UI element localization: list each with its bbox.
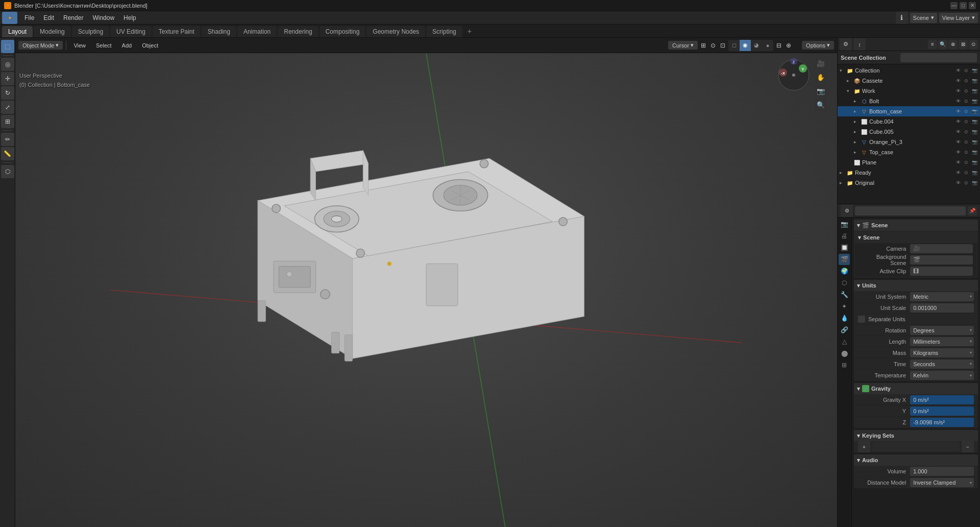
cassete-render[interactable]: 📷: [971, 77, 978, 84]
gravity-checkbox[interactable]: ✓: [862, 385, 869, 392]
properties-pin-btn[interactable]: 📌: [968, 206, 977, 215]
tab-animation[interactable]: Animation: [237, 26, 277, 37]
unit-scale-value[interactable]: 0.001000: [910, 303, 974, 313]
work-cursor[interactable]: ⊙: [963, 87, 970, 94]
add-primitive-button[interactable]: ⬡: [1, 165, 14, 178]
gravity-x-value[interactable]: 0 m/s²: [910, 395, 974, 404]
bottom-render[interactable]: 📷: [971, 108, 978, 115]
transform-tool-button[interactable]: ⊞: [1, 115, 14, 128]
object-menu[interactable]: Object: [138, 41, 162, 50]
props-tab-modifier[interactable]: 🔧: [839, 289, 850, 300]
gizmo-toggle[interactable]: ⊕: [785, 41, 793, 50]
minimize-button[interactable]: —: [950, 2, 958, 9]
keying-set-add-btn[interactable]: +: [858, 441, 870, 452]
mass-value[interactable]: Kilograms ▾: [910, 348, 974, 357]
cube004-cursor[interactable]: ⊙: [963, 118, 970, 125]
tab-layout[interactable]: Layout: [2, 26, 33, 37]
tree-item-bottom-case[interactable]: ▸ ▽ Bottom_case 👁 ⊙ 📷: [838, 106, 980, 116]
tree-item-original[interactable]: ▸ 📁 Original 👁 ⊙ 📷: [838, 178, 980, 188]
properties-search[interactable]: [855, 206, 966, 215]
original-eye[interactable]: 👁: [954, 179, 962, 186]
ready-render[interactable]: 📷: [971, 169, 978, 176]
render-button[interactable]: ●: [762, 40, 773, 51]
tab-modeling[interactable]: Modeling: [34, 26, 71, 37]
original-cursor[interactable]: ⊙: [963, 179, 970, 186]
maximize-button[interactable]: □: [960, 2, 967, 9]
separate-units-checkbox[interactable]: [858, 316, 865, 323]
props-tab-material[interactable]: ⬤: [839, 348, 850, 359]
props-tab-constraints[interactable]: 🔗: [839, 324, 850, 336]
material-button[interactable]: ◕: [751, 40, 762, 51]
properties-filter-btn[interactable]: ⚙: [841, 205, 853, 217]
work-render[interactable]: 📷: [971, 87, 978, 94]
menu-window[interactable]: Window: [88, 13, 118, 22]
select-tool-button[interactable]: ⬚: [1, 40, 14, 53]
scale-tool-button[interactable]: ⤢: [1, 101, 14, 114]
scene-selector[interactable]: Scene ▾: [910, 13, 937, 23]
bottom-cursor[interactable]: ⊙: [963, 108, 970, 115]
tab-rendering[interactable]: Rendering: [278, 26, 318, 37]
wireframe-button[interactable]: ◻: [728, 40, 740, 51]
rotate-tool-button[interactable]: ↻: [1, 86, 14, 100]
scene-sub-header[interactable]: ▾ Scene: [855, 232, 977, 243]
props-tab-view-layer[interactable]: 🔲: [839, 242, 850, 253]
cube005-cursor[interactable]: ⊙: [963, 128, 970, 135]
work-eye[interactable]: 👁: [954, 87, 962, 94]
volume-value[interactable]: 1.000: [910, 467, 974, 476]
bolt-eye[interactable]: 👁: [954, 98, 962, 105]
snap-align[interactable]: ⊡: [719, 41, 727, 50]
filter-icon-3[interactable]: ⊕: [948, 40, 958, 49]
keying-sets-header[interactable]: ▾ Keying Sets: [854, 430, 978, 441]
menu-edit[interactable]: Edit: [39, 13, 58, 22]
tree-item-bolt[interactable]: ▸ ⬡ Bolt 👁 ⊙ 📷: [838, 96, 980, 106]
rotation-value[interactable]: Degrees ▾: [910, 326, 974, 335]
pan-view-button[interactable]: ✋: [815, 71, 827, 83]
props-tab-world[interactable]: 🌍: [839, 266, 850, 277]
bottom-eye[interactable]: 👁: [954, 108, 962, 115]
blender-logo-button[interactable]: 🔸: [2, 12, 17, 24]
bolt-render[interactable]: 📷: [971, 98, 978, 105]
distance-model-value[interactable]: Inverse Clamped ▾: [910, 478, 974, 487]
tab-geometry-nodes[interactable]: Geometry Nodes: [366, 26, 425, 37]
render-preview-button[interactable]: 📷: [815, 85, 827, 97]
menu-render[interactable]: Render: [59, 13, 87, 22]
viewport-canvas[interactable]: User Perspective (0) Collection | Bottom…: [15, 53, 837, 527]
bolt-cursor[interactable]: ⊙: [963, 98, 970, 105]
gravity-z-value[interactable]: -9.0098 m/s²: [910, 418, 974, 427]
solid-button[interactable]: ◉: [740, 40, 751, 51]
tab-scripting[interactable]: Scripting: [426, 26, 462, 37]
menu-help[interactable]: Help: [119, 13, 140, 22]
unit-system-value[interactable]: Metric ▾: [910, 292, 974, 301]
props-tab-render[interactable]: 📷: [839, 219, 850, 230]
filter-icon-2[interactable]: 🔍: [938, 40, 947, 49]
tree-item-orange-pi[interactable]: ▸ ▽ Orange_Pi_3 👁 ⊙ 📷: [838, 137, 980, 147]
time-value[interactable]: Seconds ▾: [910, 360, 974, 369]
cursor-selector[interactable]: Cursor ▾: [668, 41, 698, 50]
select-menu[interactable]: Select: [92, 41, 116, 50]
props-tab-particles[interactable]: ✦: [839, 301, 850, 312]
props-tab-object[interactable]: ⬡: [839, 277, 850, 289]
top-render[interactable]: 📷: [971, 149, 978, 156]
props-tab-shaderfx[interactable]: ⊞: [839, 360, 850, 371]
outliner-search[interactable]: [900, 53, 977, 62]
audio-section-header[interactable]: ▾ Audio: [854, 454, 978, 466]
top-cursor[interactable]: ⊙: [963, 149, 970, 156]
camera-value[interactable]: 🎥: [910, 244, 973, 253]
tab-sculpting[interactable]: Sculpting: [72, 26, 109, 37]
collection-eye[interactable]: 👁: [954, 67, 962, 74]
units-section-header[interactable]: ▾ Units: [854, 280, 978, 291]
plane-render[interactable]: 📷: [971, 159, 978, 166]
filter-icon-1[interactable]: ≡: [928, 40, 937, 49]
cassete-cursor[interactable]: ⊙: [963, 77, 970, 84]
orange-cursor[interactable]: ⊙: [963, 138, 970, 146]
search-viewport-button[interactable]: 🔍: [815, 99, 827, 111]
close-button[interactable]: ✕: [969, 2, 976, 9]
collection-render[interactable]: 📷: [971, 67, 978, 74]
outliner-sync-icon[interactable]: ↕: [853, 38, 866, 51]
gravity-y-value[interactable]: 0 m/s²: [910, 406, 974, 416]
tab-texture-paint[interactable]: Texture Paint: [153, 26, 201, 37]
bg-scene-value[interactable]: 🎬: [910, 255, 973, 265]
tree-item-top-case[interactable]: ▸ ▽ Top_case 👁 ⊙ 📷: [838, 147, 980, 157]
tree-item-cassete[interactable]: ▸ 📦 Cassete 👁 ⊙ 📷: [838, 76, 980, 86]
temperature-value[interactable]: Kelvin ▾: [910, 371, 974, 380]
